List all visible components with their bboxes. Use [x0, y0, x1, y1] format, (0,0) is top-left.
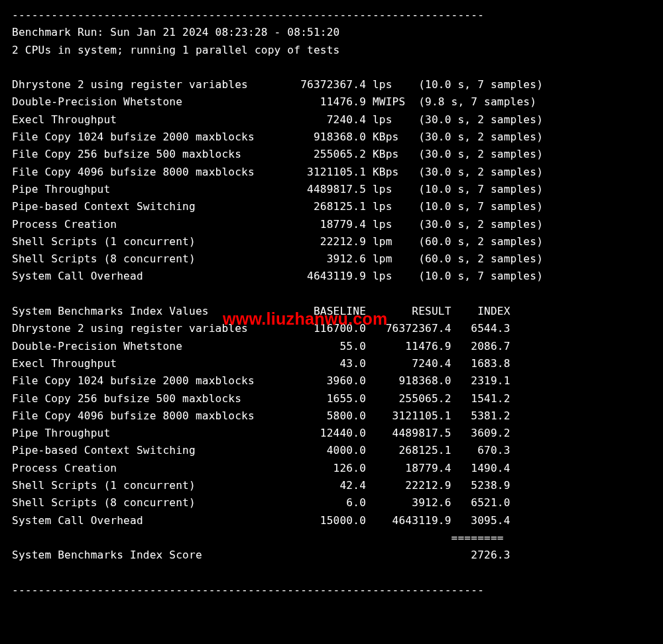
cpu-info-line: 2 CPUs in system; running 1 parallel cop…	[12, 44, 339, 56]
benchmark-run-line: Benchmark Run: Sun Jan 21 2024 08:23:28 …	[12, 26, 339, 38]
divider-bottom: ----------------------------------------…	[12, 584, 484, 596]
benchmark-score-line: System Benchmarks Index Score 2726.3	[12, 549, 511, 561]
score-divider: ========	[12, 531, 504, 544]
terminal-output: ----------------------------------------…	[0, 0, 663, 623]
divider-top: ----------------------------------------…	[12, 9, 484, 21]
benchmark-index-block: System Benchmarks Index Values BASELINE …	[12, 305, 511, 527]
benchmark-tests-block: Dhrystone 2 using register variables 763…	[12, 78, 543, 282]
